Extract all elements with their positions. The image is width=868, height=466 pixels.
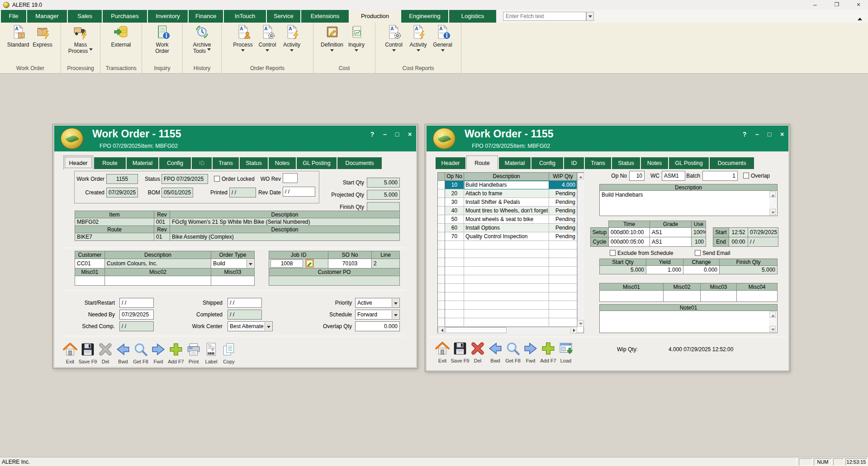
fetch-input[interactable]	[503, 12, 586, 21]
grid-scroll-left-icon[interactable]	[438, 327, 445, 334]
grid-scroll-down-icon[interactable]	[577, 320, 584, 327]
grid-cell-wip-qty[interactable]	[549, 301, 577, 310]
grid-cell-description[interactable]	[464, 310, 549, 318]
cycle-grade-field[interactable]: AS1	[650, 237, 692, 247]
window-close-icon[interactable]: ×	[405, 130, 414, 139]
grid-cell-op-no[interactable]	[445, 249, 464, 258]
grid-cell-wip-qty[interactable]: Pending	[549, 232, 577, 241]
ribbon-button-express[interactable]: Express	[31, 24, 54, 48]
work-center-dropdown-icon[interactable]	[265, 322, 272, 330]
misc01-field[interactable]	[75, 276, 105, 286]
ribbon-button-external[interactable]: External	[109, 24, 133, 48]
op-misc04-field[interactable]	[737, 291, 778, 302]
grid-cell-op-no[interactable]: 40	[445, 207, 464, 215]
ribbon-button-process[interactable]: AProcess	[231, 24, 255, 53]
priority-dropdown-icon[interactable]	[392, 299, 399, 307]
ribbon-button-inquiry[interactable]: Inquiry	[345, 24, 368, 53]
menu-tab-manager[interactable]: Manager	[27, 10, 67, 23]
window-maximize-icon[interactable]: □	[765, 130, 774, 139]
tab-id[interactable]: ID	[192, 157, 212, 169]
shipped-field[interactable]: / /	[228, 298, 262, 308]
order-type-dropdown-icon[interactable]	[247, 259, 254, 268]
tab-header[interactable]: Header	[63, 155, 93, 169]
grid-cell-op-no[interactable]	[445, 241, 464, 249]
tab-notes[interactable]: Notes	[269, 157, 296, 169]
exclude-schedule-checkbox[interactable]	[610, 250, 616, 256]
menu-tab-intouch[interactable]: InTouch	[224, 10, 266, 23]
grid-cell-wip-qty[interactable]	[549, 275, 577, 284]
menu-tab-sales[interactable]: Sales	[68, 10, 102, 23]
grid-cell-op-no[interactable]: 30	[445, 198, 464, 207]
ribbon-button-general[interactable]: AGeneral	[431, 24, 455, 53]
help-icon[interactable]: ?	[368, 130, 377, 139]
tab-notes[interactable]: Notes	[641, 157, 668, 169]
grid-cell-op-no[interactable]	[445, 267, 464, 275]
window-minimize-icon[interactable]: –	[380, 130, 389, 139]
misc02-field[interactable]	[105, 276, 211, 286]
ribbon-button-mass-process[interactable]: Mass Process	[68, 24, 93, 54]
schedule-dropdown-icon[interactable]	[392, 311, 399, 319]
tab-header[interactable]: Header	[436, 157, 465, 169]
tab-documents[interactable]: Documents	[710, 157, 754, 169]
menu-tab-finance[interactable]: Finance	[189, 10, 223, 23]
rev-date-field[interactable]: / /	[283, 187, 315, 197]
grid-cell-wip-qty[interactable]: Pending	[549, 215, 577, 224]
order-type-field[interactable]: Build	[211, 259, 255, 268]
ribbon-button-control[interactable]: AControl	[382, 24, 406, 53]
grid-cell-op-no[interactable]	[445, 301, 464, 310]
grid-cell-wip-qty[interactable]: Pending	[549, 224, 577, 232]
ribbon-collapse-icon[interactable]	[858, 15, 862, 20]
note-field[interactable]	[599, 311, 778, 333]
grid-cell-description[interactable]: Mount wheels & seat to bike	[464, 215, 549, 224]
grid-cell-description[interactable]	[464, 292, 549, 301]
grid-cell-op-no[interactable]	[445, 318, 464, 327]
grid-cell-description[interactable]: Quality Control Inspection	[464, 232, 549, 241]
grid-cell-op-no[interactable]: 10	[445, 181, 464, 189]
order-locked-checkbox[interactable]	[214, 176, 220, 182]
grid-cell-wip-qty[interactable]	[549, 267, 577, 275]
grid-cell-description[interactable]: Install Options	[464, 224, 549, 232]
grid-scroll-up-icon[interactable]	[577, 173, 584, 179]
grid-cell-description[interactable]: Mount tires to Wheels, don't forget th	[464, 207, 549, 215]
batch-field[interactable]: 1	[702, 171, 738, 181]
tab-route[interactable]: Route	[94, 157, 126, 169]
op-misc03-field[interactable]	[701, 291, 737, 302]
ribbon-button-definition[interactable]: Definition	[320, 24, 344, 53]
tab-material[interactable]: Material	[499, 157, 531, 169]
grid-cell-description[interactable]: Attach to frame	[464, 189, 549, 198]
ribbon-button-work-order[interactable]: Work Order	[151, 24, 174, 54]
start-restart-field[interactable]: / /	[119, 298, 154, 308]
tab-route[interactable]: Route	[466, 155, 498, 169]
job-id-lookup-icon[interactable]	[305, 259, 314, 268]
close-icon[interactable]: ×	[849, 0, 868, 10]
cycle-time-field[interactable]: 000d00:05:00	[609, 237, 650, 247]
tab-trans[interactable]: Trans	[213, 157, 239, 169]
grid-cell-description[interactable]	[464, 275, 549, 284]
grid-cell-wip-qty[interactable]	[549, 310, 577, 318]
toolbar-button-copy[interactable]: Copy	[218, 342, 239, 364]
grid-cell-wip-qty[interactable]	[549, 284, 577, 292]
grid-cell-description[interactable]: Install Shifter & Pedals	[464, 198, 549, 207]
grid-cell-description[interactable]	[464, 267, 549, 275]
tab-id[interactable]: ID	[564, 157, 584, 169]
needed-by-field[interactable]: 07/29/2025	[119, 310, 154, 320]
grid-cell-op-no[interactable]	[445, 284, 464, 292]
toolbar-button-load[interactable]: Load	[555, 341, 576, 363]
help-icon[interactable]: ?	[740, 130, 749, 139]
grid-cell-description[interactable]	[464, 241, 549, 249]
note-scrollbar[interactable]	[769, 311, 777, 332]
schedule-field[interactable]: Forward	[355, 310, 400, 320]
grid-cell-op-no[interactable]: 50	[445, 215, 464, 224]
grid-cell-wip-qty[interactable]	[549, 292, 577, 301]
menu-tab-file[interactable]: File	[1, 10, 26, 23]
grid-cell-description[interactable]: Build Handlebars	[464, 181, 549, 189]
ribbon-button-activity[interactable]: AActivity	[407, 24, 430, 53]
grid-cell-wip-qty[interactable]	[549, 318, 577, 327]
grid-cell-wip-qty[interactable]	[549, 258, 577, 267]
send-email-checkbox[interactable]	[695, 250, 701, 256]
window-minimize-icon[interactable]: –	[753, 130, 762, 139]
grid-cell-op-no[interactable]	[445, 275, 464, 284]
grid-cell-wip-qty[interactable]: 4.000	[549, 181, 577, 189]
op-no-field[interactable]: 10	[629, 171, 645, 181]
grid-cell-description[interactable]	[464, 318, 549, 327]
